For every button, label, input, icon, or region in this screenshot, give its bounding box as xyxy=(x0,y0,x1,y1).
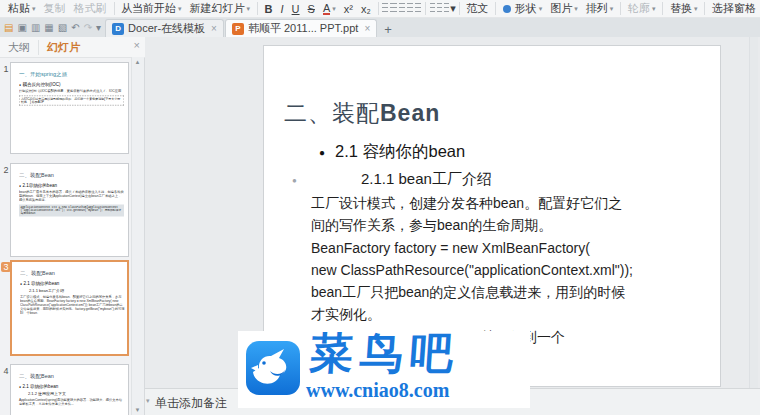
preview-icon[interactable]: ▧ xyxy=(58,22,67,33)
ribbon-toolbar: 粘贴 ▾ 复制 格式刷 从当前开始 ▾ 新建幻灯片 ▾ B I U S A ▾ … xyxy=(0,0,760,18)
slide-title[interactable]: 二、装配Bean xyxy=(284,98,440,129)
wps-presentation-window: 粘贴 ▾ 复制 格式刷 从当前开始 ▾ 新建幻灯片 ▾ B I U S A ▾ … xyxy=(0,0,760,415)
close-icon[interactable]: × xyxy=(134,39,140,51)
scroll-down-icon[interactable]: ▼ xyxy=(132,407,143,413)
export-icon[interactable]: ▥ xyxy=(31,22,40,33)
sidebar-tabs: 大纲 幻灯片 × xyxy=(0,37,145,58)
align-justify-icon[interactable] xyxy=(407,3,413,14)
font-color-button[interactable]: A ▾ xyxy=(319,1,340,17)
tab-outline[interactable]: 大纲 xyxy=(0,40,39,55)
align-right-icon[interactable] xyxy=(399,3,405,14)
sidebar-scrollbar[interactable]: ▲ ▼ xyxy=(131,57,144,415)
chevron-down-icon: ▾ xyxy=(450,2,456,15)
align-left-icon[interactable] xyxy=(382,3,388,14)
thumb-title: 二、装配Bean xyxy=(20,269,125,277)
thumbnail-content: 二、装配Bean ●2.1 容纳你的bean 2.1.2 使用应用上下文 App… xyxy=(11,365,129,415)
format-painter-label: 格式刷 xyxy=(74,1,107,16)
bold-button[interactable]: B xyxy=(261,1,277,17)
bullet-icon: ● xyxy=(19,385,21,389)
underline-button[interactable]: U xyxy=(288,1,304,17)
play-from-current-button[interactable]: 从当前开始 ▾ xyxy=(117,1,186,17)
align-distribute-icon[interactable] xyxy=(415,3,421,14)
notes-resize-handle-icon[interactable]: ▾ xyxy=(146,397,150,405)
quickbar-more-icon[interactable]: ▾ xyxy=(96,22,101,33)
replace-button[interactable]: 替换 ▾ xyxy=(666,1,702,17)
bullet-icon: ● xyxy=(19,184,21,188)
play-from-current-label: 从当前开始 xyxy=(121,1,176,16)
thumb-bullet: ●2.1 容纳你的bean xyxy=(20,280,125,287)
watermark-brand-text: 菜鸟吧 xyxy=(308,325,462,383)
thumb-bullet-text: 2.1容纳你的bean xyxy=(23,183,57,188)
thumb-bullet-text: 2.1 容纳你的bean xyxy=(23,384,59,389)
copy-button[interactable]: 复制 xyxy=(40,1,70,17)
italic-button[interactable]: I xyxy=(277,1,288,17)
shape-icon xyxy=(503,5,511,13)
thumb-body: bean的工厂最常见基本的容器，提供了基础的依赖注入支持，创建各种类型的bean… xyxy=(19,190,124,202)
new-slide-button[interactable]: 新建幻灯片 ▾ xyxy=(186,1,255,17)
toolbar-divider xyxy=(425,2,426,15)
toolbar-divider xyxy=(114,2,115,15)
outline-button[interactable]: 轮廓 ▾ xyxy=(624,1,660,17)
body-line: 间的写作关系，参与bean的生命周期。 xyxy=(311,214,701,236)
body-line: 工厂设计模式，创建分发各种bean。配置好它们之 xyxy=(311,192,701,214)
shape-label: 形状 xyxy=(515,1,537,16)
slide-bullet-2[interactable]: 2.1.1 bean工厂介绍 xyxy=(361,170,492,189)
bullet-list-icon[interactable] xyxy=(430,3,435,14)
body-line: bean工厂只把bean的定义信息载进来，用到的时候 xyxy=(311,281,701,303)
toolbar-divider xyxy=(704,2,705,15)
undo-icon[interactable]: ↶ xyxy=(71,22,79,33)
slide-thumbnail-1[interactable]: 一、开始spring之旅 ●耦合反向控制(IOC) 控制反转(例: 以IOC装配… xyxy=(10,62,129,154)
line-spacing-icon[interactable] xyxy=(444,3,449,14)
body-line: 才实例化。 xyxy=(311,303,701,325)
slide-thumbnail-3-selected[interactable]: 二、装配Bean ●2.1 容纳你的bean 2.1.1 bean工厂介绍 工厂… xyxy=(10,260,129,356)
ppt-file-icon: P xyxy=(232,23,244,35)
sample-text-button[interactable]: 范文 xyxy=(462,1,492,17)
close-icon[interactable]: × xyxy=(211,23,217,34)
picture-button[interactable]: 图片 ▾ xyxy=(546,1,582,17)
chevron-down-icon: ▾ xyxy=(332,5,336,13)
chevron-down-icon: ▾ xyxy=(652,5,656,13)
bullet-icon: ● xyxy=(19,83,21,87)
redo-icon[interactable]: ↷ xyxy=(84,22,92,33)
strikethrough-button[interactable]: S xyxy=(304,1,319,17)
selection-pane-button[interactable]: 选择窗格 xyxy=(708,1,760,17)
chevron-down-icon: ▾ xyxy=(574,5,578,13)
slide-thumbnail-2[interactable]: 二、装配Bean ●2.1容纳你的bean bean的工厂最常见基本的容器，提供… xyxy=(10,163,129,257)
new-tab-button[interactable]: + xyxy=(384,22,392,37)
superscript-button[interactable]: x² xyxy=(340,1,357,17)
thumb-bullet: ●2.1容纳你的bean xyxy=(19,182,124,189)
chevron-down-icon: ▾ xyxy=(32,5,36,13)
bird-icon xyxy=(246,341,300,395)
tab-ppt-document[interactable]: P 韩顺平 2011... PPT.ppt × xyxy=(225,19,377,37)
paste-button[interactable]: 粘贴 ▾ xyxy=(4,1,40,17)
save-icon[interactable]: ▣ xyxy=(17,22,26,33)
thumb-bullet: ●耦合反向控制(IOC) xyxy=(19,81,124,88)
slide-number: 4 xyxy=(2,366,10,376)
thumb-title: 二、装配Bean xyxy=(19,372,124,380)
close-icon[interactable]: × xyxy=(364,23,370,34)
tab-slides[interactable]: 幻灯片 xyxy=(39,40,88,55)
toolbar-divider xyxy=(459,2,460,15)
tab-docer-templates[interactable]: D Docer-在线模板 × xyxy=(105,19,224,37)
main-scrollbar[interactable] xyxy=(749,37,758,388)
scroll-up-icon[interactable]: ▲ xyxy=(132,59,143,65)
outline-label: 轮廓 xyxy=(628,1,650,16)
thumb-body: 控制反转(例: 以IOC装配的场景，更换依赖对象的方式注入了。IOC应用 xyxy=(19,89,124,93)
menu-icon[interactable]: ▤ xyxy=(4,22,13,33)
thumb-bullet: ●2.1 容纳你的bean xyxy=(19,383,124,390)
print-icon[interactable]: ▦ xyxy=(44,22,53,33)
thumbnail-content: 二、装配Bean ●2.1 容纳你的bean 2.1.1 bean工厂介绍 工厂… xyxy=(12,262,129,356)
arrange-button[interactable]: 排列 ▾ xyxy=(582,1,618,17)
thumbnail-content: 一、开始spring之旅 ●耦合反向控制(IOC) 控制反转(例: 以IOC装配… xyxy=(11,63,129,154)
format-painter-button[interactable]: 格式刷 xyxy=(70,1,111,17)
toolbar-divider xyxy=(378,2,379,15)
shape-button[interactable]: 形状 ▾ xyxy=(499,1,547,17)
subscript-button[interactable]: x₂ xyxy=(357,1,375,17)
numbered-list-icon[interactable] xyxy=(437,3,442,14)
bird-logo-icon xyxy=(246,341,300,395)
align-center-icon[interactable] xyxy=(390,3,396,14)
tab-label: Docer-在线模板 xyxy=(128,21,205,36)
slide-thumbnail-4[interactable]: 二、装配Bean ●2.1 容纳你的bean 2.1.2 使用应用上下文 App… xyxy=(10,364,129,415)
slide-bullet-1[interactable]: 2.1 容纳你的bean xyxy=(335,141,465,163)
arrange-label: 排列 xyxy=(586,1,608,16)
